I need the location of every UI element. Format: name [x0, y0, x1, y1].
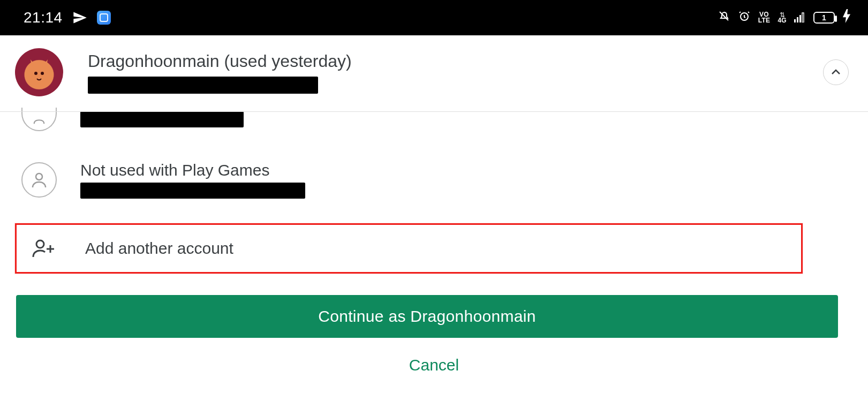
account-email-redacted: [80, 111, 244, 127]
avatar-placeholder: [21, 162, 57, 198]
svg-point-5: [34, 72, 37, 75]
alarm-icon: [738, 9, 751, 26]
cancel-button[interactable]: Cancel: [0, 356, 868, 374]
account-row[interactable]: [0, 108, 868, 141]
avatar: [15, 48, 63, 96]
volte-icon: VO LTE: [758, 12, 771, 24]
account-list: Not used with Play Games Add another acc…: [0, 108, 868, 374]
battery-text: 1: [822, 13, 826, 22]
mute-icon: [718, 9, 730, 26]
svg-rect-4: [802, 13, 804, 22]
svg-point-6: [41, 72, 44, 75]
app-icon: [97, 11, 111, 25]
account-text: [80, 111, 244, 127]
svg-point-7: [36, 173, 42, 180]
svg-rect-1: [794, 19, 796, 22]
cancel-label: Cancel: [409, 356, 459, 374]
status-bar: 21:14 VO LTE ⇅ 4G 1: [0, 0, 868, 35]
selected-account-text: Dragonhoonmain (used yesterday): [88, 51, 823, 94]
person-icon: [29, 111, 49, 126]
continue-label: Continue as Dragonhoonmain: [318, 307, 535, 326]
add-account-row[interactable]: Add another account: [17, 225, 801, 272]
account-title: Not used with Play Games: [80, 161, 305, 179]
telegram-icon: [72, 10, 87, 25]
account-text: Not used with Play Games: [80, 161, 305, 199]
battery-icon: 1: [813, 12, 835, 24]
add-account-label: Add another account: [85, 239, 233, 258]
selected-account-title: Dragonhoonmain (used yesterday): [88, 51, 823, 71]
volte-bot: LTE: [758, 18, 771, 24]
account-email-redacted: [80, 183, 305, 199]
account-row[interactable]: Not used with Play Games: [0, 141, 868, 210]
person-add-icon: [32, 239, 56, 258]
signal-icon: [794, 9, 806, 26]
person-icon: [28, 169, 50, 191]
svg-rect-2: [797, 17, 798, 22]
network-icon: ⇅ 4G: [778, 12, 787, 24]
status-left: 21:14: [24, 9, 111, 26]
continue-button[interactable]: Continue as Dragonhoonmain: [16, 295, 838, 338]
collapse-button[interactable]: [823, 59, 849, 85]
add-account-highlight: Add another account: [15, 223, 803, 274]
selected-account-row[interactable]: Dragonhoonmain (used yesterday): [0, 35, 868, 112]
clock: 21:14: [24, 9, 63, 26]
selected-account-email-redacted: [88, 77, 318, 94]
net-label: 4G: [778, 18, 787, 24]
svg-rect-3: [799, 15, 801, 22]
chevron-up-icon: [829, 66, 842, 79]
svg-point-8: [36, 240, 44, 248]
charging-icon: [842, 9, 851, 27]
status-right: VO LTE ⇅ 4G 1: [718, 9, 851, 27]
